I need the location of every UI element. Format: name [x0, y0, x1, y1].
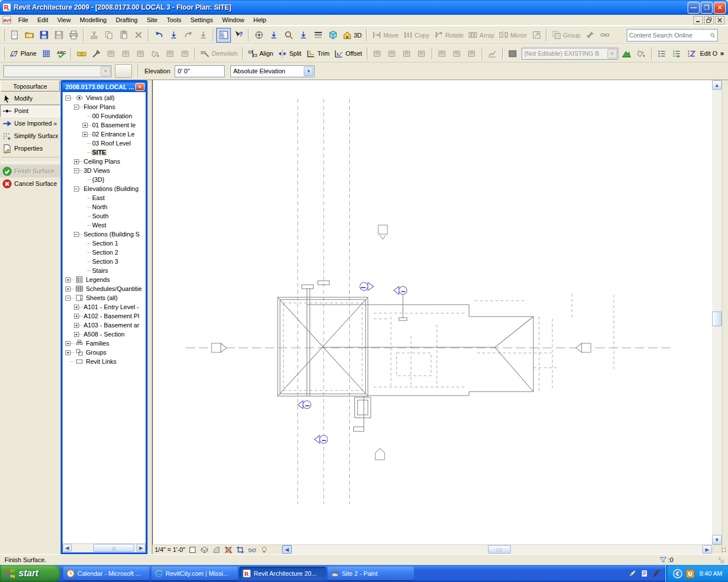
tree-item-label[interactable]: Families [85, 340, 110, 347]
minimize-button[interactable]: — [688, 2, 700, 14]
tree-item-label[interactable]: 03 Roof Level [91, 140, 132, 147]
project-browser-button[interactable] [216, 28, 231, 43]
tree-item-label[interactable]: Elevations (Building [82, 185, 140, 192]
link-button[interactable] [598, 28, 613, 43]
tree-item-03-roof-level[interactable]: 03 Roof Level [63, 139, 146, 148]
menu-site[interactable]: Site [142, 15, 162, 24]
menu-view[interactable]: View [53, 15, 76, 24]
collapse-icon[interactable]: − [74, 186, 79, 192]
list-1-button[interactable] [655, 46, 669, 61]
tree-item-schedules-quantitie[interactable]: +Schedules/Quantitie [63, 284, 146, 293]
tree-item-02-entrance-le[interactable]: +02 Entrance Le [63, 130, 146, 139]
tree-item-3d[interactable]: {3D} [63, 175, 146, 184]
tool-e-button[interactable] [177, 46, 192, 61]
browser-scroll-left-icon[interactable]: ◀ [63, 544, 72, 552]
camera-3d-button[interactable]: 3D [340, 28, 364, 43]
task-calendar-task[interactable]: Calendar - Microsoft ... [63, 567, 150, 580]
task-ie[interactable]: RevitCity.com | Missi... [151, 567, 238, 580]
browser-scroll-track[interactable]: |||| [72, 544, 136, 552]
tree-item-label[interactable]: Groups [85, 349, 107, 356]
tree-item-label[interactable]: Ceiling Plans [82, 158, 121, 165]
tree-item-south[interactable]: South [63, 211, 146, 221]
paste-button[interactable] [116, 28, 131, 43]
steering-wheel-button[interactable] [251, 28, 266, 43]
redo-drop-button[interactable] [196, 28, 210, 43]
tree-item-site[interactable]: SITE [63, 148, 146, 157]
default-3d-button[interactable] [325, 28, 340, 43]
tree-item-north[interactable]: North [63, 202, 146, 211]
model-graphics-icon[interactable] [200, 546, 209, 554]
elevation-mode-combo[interactable]: Absolute Elevation ▼ [230, 65, 315, 77]
start-button[interactable]: start [0, 565, 60, 582]
designbar-item-simplify-surface[interactable]: Simplify Surface [0, 130, 60, 142]
drop-blue-button[interactable] [296, 28, 311, 43]
tree-item-label[interactable]: East [91, 194, 106, 201]
menu-modelling[interactable]: Modelling [75, 15, 111, 24]
group-button[interactable]: Group [549, 28, 583, 43]
collapse-icon[interactable]: − [74, 105, 79, 110]
collapse-icon[interactable]: − [74, 168, 79, 173]
search-icon[interactable] [710, 31, 715, 39]
list-z-button[interactable] [684, 46, 699, 61]
tree-item-section-1[interactable]: Section 1 [63, 239, 146, 248]
tree-item-00-foundation[interactable]: 00 Foundation [63, 111, 146, 120]
paint-split-button[interactable] [634, 46, 649, 61]
expand-icon[interactable]: + [82, 132, 88, 137]
resize-grip-icon[interactable] [721, 547, 727, 554]
tree-item-label[interactable]: North [91, 203, 109, 210]
stylus-icon[interactable] [628, 569, 637, 578]
tree-item-revit-links[interactable]: Revit Links [63, 357, 146, 366]
view-scale[interactable]: 1/4" = 1'-0" [155, 546, 185, 553]
tree-item-east[interactable]: East [63, 193, 146, 202]
mdi-restore-button[interactable] [704, 16, 714, 24]
tree-item-label[interactable]: SITE [91, 149, 107, 156]
resize-button[interactable] [529, 28, 544, 43]
tree-item-a103-basement-ar[interactable]: +A103 - Basement ar [63, 321, 146, 330]
list-2-button[interactable] [669, 46, 684, 61]
tree-item-elevations-building[interactable]: −Elevations (Building [63, 184, 146, 193]
expand-icon[interactable]: + [65, 350, 71, 355]
tree-item-label[interactable]: A102 - Basement Pl [82, 313, 140, 319]
tree-item-legends[interactable]: +Legends [63, 275, 146, 284]
designbar-item-modify[interactable]: Modify [0, 92, 60, 105]
type-selector-combo[interactable]: ▼ [3, 65, 111, 77]
collapse-icon[interactable]: − [65, 95, 71, 101]
tree-item-west[interactable]: West [63, 221, 146, 230]
tree-item-sections-building-s[interactable]: −Sections (Building S [63, 230, 146, 239]
designbar-item-point[interactable]: Point [0, 105, 60, 117]
tree-item-a102-basement-pl[interactable]: +A102 - Basement Pl [63, 311, 146, 321]
tree-item-label[interactable]: Section 2 [91, 249, 119, 256]
paint-can-button[interactable] [148, 46, 163, 61]
menu-window[interactable]: Window [217, 15, 249, 24]
vertical-scroll-track[interactable] [712, 90, 722, 535]
scroll-down-icon[interactable]: ▼ [712, 535, 722, 544]
tree-item-label[interactable]: A103 - Basement ar [82, 322, 140, 329]
tool-c-button[interactable] [133, 46, 148, 61]
scroll-right-icon[interactable]: ▶ [702, 545, 712, 554]
split-button[interactable]: Split [275, 46, 303, 61]
scroll-up-icon[interactable]: ▲ [712, 80, 722, 90]
menu-file[interactable]: File [14, 15, 33, 24]
tree-item-a508-section[interactable]: +A508 - Section [63, 330, 146, 339]
pin-button[interactable] [583, 28, 598, 43]
grid-button[interactable] [39, 46, 53, 61]
toolbar-overflow-chevron[interactable]: » [718, 49, 726, 57]
demolish-button[interactable]: Demolish [198, 46, 240, 61]
browser-scroll-thumb[interactable]: |||| [93, 544, 134, 552]
element-properties-button[interactable] [115, 64, 132, 78]
browser-scroll-right-icon[interactable]: ▶ [136, 544, 146, 552]
tree-item-label[interactable]: Section 3 [91, 258, 119, 265]
menu-edit[interactable]: Edit [33, 15, 53, 24]
trim-button[interactable]: Trim [304, 46, 332, 61]
horizontal-scroll-track[interactable]: |||| [292, 545, 702, 554]
shadows-icon[interactable] [212, 546, 221, 554]
designbar-item-properties[interactable]: Properties [0, 142, 60, 155]
tree-item-01-basement-le[interactable]: +01 Basement le [63, 120, 146, 130]
copy-pages-button[interactable] [101, 28, 116, 43]
menu-help[interactable]: Help [249, 15, 271, 24]
expand-icon[interactable]: + [74, 314, 79, 319]
crop-region-icon[interactable] [236, 546, 245, 554]
tree-item-label[interactable]: Revit Links [85, 358, 118, 365]
menu-settings[interactable]: Settings [186, 15, 218, 24]
tree-item-floor-plans[interactable]: −Floor Plans [63, 102, 146, 111]
